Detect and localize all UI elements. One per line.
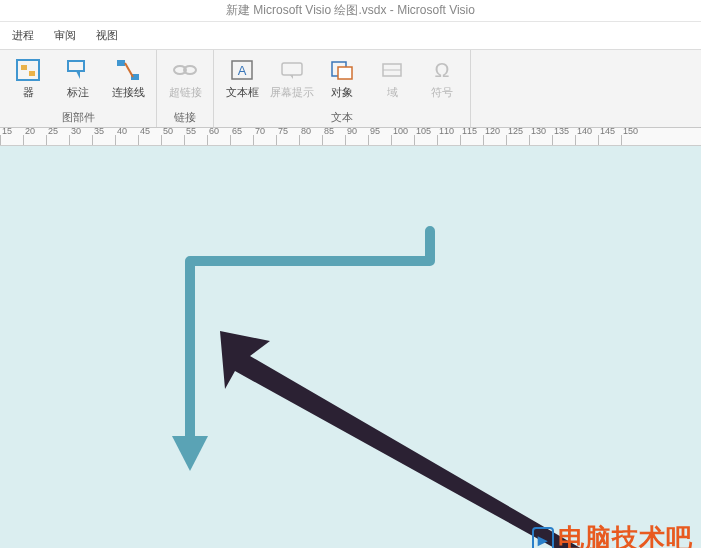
container-label: 器: [23, 86, 34, 98]
ruler-tick: 45: [138, 135, 161, 145]
hyperlink-label: 超链接: [169, 86, 202, 98]
group-links: 超链接 链接: [157, 50, 214, 127]
screentip-button: 屏幕提示: [270, 54, 314, 108]
group-text: A 文本框 屏幕提示 对象 域: [214, 50, 471, 127]
ruler-tick: 15: [0, 135, 23, 145]
ruler-tick: 130: [529, 135, 552, 145]
watermark-brand: ▸电脑技术吧: [532, 521, 693, 548]
drawing-canvas[interactable]: ▸电脑技术吧 www.xiazaiba.com: [0, 146, 701, 548]
textbox-button[interactable]: A 文本框: [220, 54, 264, 108]
ruler-tick: 135: [552, 135, 575, 145]
ruler-tick: 20: [23, 135, 46, 145]
field-icon: [378, 56, 406, 84]
cursor-arrow-shape: [200, 311, 630, 548]
ribbon-tabs: 进程 审阅 视图: [0, 22, 701, 50]
group-text-label: 文本: [331, 110, 353, 125]
object-button[interactable]: 对象: [320, 54, 364, 108]
watermark: ▸电脑技术吧 www.xiazaiba.com: [532, 521, 693, 548]
group-parts-label: 图部件: [62, 110, 95, 125]
symbol-icon: Ω: [428, 56, 456, 84]
symbol-label: 符号: [431, 86, 453, 98]
symbol-button: Ω 符号: [420, 54, 464, 108]
ribbon: 器 标注 连接线 图部件 超链接: [0, 50, 701, 128]
ruler-tick: 85: [322, 135, 345, 145]
ruler-tick: 110: [437, 135, 460, 145]
textbox-icon: A: [228, 56, 256, 84]
tab-process[interactable]: 进程: [8, 26, 38, 45]
svg-rect-12: [338, 67, 352, 79]
connector-icon: [114, 56, 142, 84]
field-button: 域: [370, 54, 414, 108]
callout-icon: [64, 56, 92, 84]
group-links-label: 链接: [174, 110, 196, 125]
svg-text:A: A: [238, 63, 247, 78]
ruler-tick: 95: [368, 135, 391, 145]
ruler-tick: 70: [253, 135, 276, 145]
screentip-label: 屏幕提示: [270, 86, 314, 98]
ruler-tick: 55: [184, 135, 207, 145]
ruler-tick: 150: [621, 135, 644, 145]
ruler-tick: 35: [92, 135, 115, 145]
ruler-tick: 115: [460, 135, 483, 145]
svg-rect-1: [21, 65, 27, 70]
field-label: 域: [387, 86, 398, 98]
callout-button[interactable]: 标注: [56, 54, 100, 108]
svg-rect-4: [117, 60, 125, 66]
ruler-tick: 50: [161, 135, 184, 145]
ruler-tick: 80: [299, 135, 322, 145]
ruler-tick: 65: [230, 135, 253, 145]
group-diagram-parts: 器 标注 连接线 图部件: [0, 50, 157, 127]
svg-rect-2: [29, 71, 35, 76]
object-label: 对象: [331, 86, 353, 98]
ruler-tick: 120: [483, 135, 506, 145]
ruler-tick: 40: [115, 135, 138, 145]
container-button[interactable]: 器: [6, 54, 50, 108]
ruler-tick: 100: [391, 135, 414, 145]
ruler-tick: 105: [414, 135, 437, 145]
callout-label: 标注: [67, 86, 89, 98]
svg-text:Ω: Ω: [435, 59, 450, 81]
window-title: 新建 Microsoft Visio 绘图.vsdx - Microsoft V…: [226, 3, 475, 17]
horizontal-ruler: 1520253035404550556065707580859095100105…: [0, 128, 701, 146]
tab-review[interactable]: 审阅: [50, 26, 80, 45]
ruler-tick: 140: [575, 135, 598, 145]
ruler-tick: 145: [598, 135, 621, 145]
connector-button[interactable]: 连接线: [106, 54, 150, 108]
ruler-tick: 30: [69, 135, 92, 145]
hyperlink-icon: [171, 56, 199, 84]
screentip-icon: [278, 56, 306, 84]
ruler-tick: 60: [207, 135, 230, 145]
title-bar: 新建 Microsoft Visio 绘图.vsdx - Microsoft V…: [0, 0, 701, 22]
svg-rect-10: [282, 63, 302, 75]
ruler-tick: 125: [506, 135, 529, 145]
hyperlink-button: 超链接: [163, 54, 207, 108]
textbox-label: 文本框: [226, 86, 259, 98]
ruler-tick: 90: [345, 135, 368, 145]
svg-rect-3: [68, 61, 84, 71]
connector-label: 连接线: [112, 86, 145, 98]
tab-view[interactable]: 视图: [92, 26, 122, 45]
ruler-tick: 25: [46, 135, 69, 145]
watermark-logo-icon: ▸: [532, 527, 554, 548]
svg-rect-0: [17, 60, 39, 80]
container-icon: [14, 56, 42, 84]
object-icon: [328, 56, 356, 84]
ruler-tick: 75: [276, 135, 299, 145]
